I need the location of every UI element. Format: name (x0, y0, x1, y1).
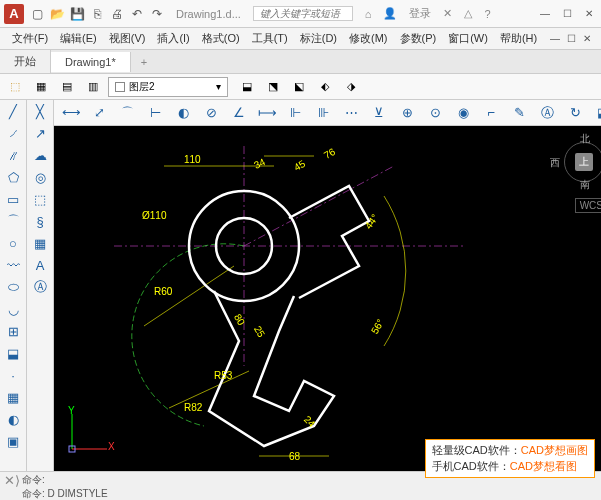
dim-angular-icon[interactable]: ∠ (226, 102, 252, 124)
dim-linear-icon[interactable]: ⟷ (58, 102, 84, 124)
app-logo: A (4, 4, 24, 24)
ellipse-arc-tool[interactable]: ◡ (0, 298, 26, 320)
dim-space-icon[interactable]: ⋯ (338, 102, 364, 124)
help-icon[interactable]: ? (484, 8, 490, 20)
dim-tedit-icon[interactable]: Ⓐ (534, 102, 560, 124)
share-icon[interactable]: ✕ (443, 7, 452, 20)
open-icon[interactable]: 📂 (50, 7, 64, 21)
layer-state1-icon[interactable]: ▦ (30, 77, 52, 97)
dim-break-icon[interactable]: ⊻ (366, 102, 392, 124)
dim-quick-icon[interactable]: ⟼ (254, 102, 280, 124)
search-input[interactable] (253, 6, 353, 21)
layer-tool-1[interactable]: ⬓ (236, 77, 258, 97)
save-icon[interactable]: 💾 (70, 7, 84, 21)
wipeout-tool[interactable]: ⬚ (27, 188, 53, 210)
menu-param[interactable]: 参数(P) (394, 29, 443, 48)
menu-dimension[interactable]: 标注(D) (294, 29, 343, 48)
maximize-button[interactable]: ☐ (559, 7, 575, 21)
line-tool[interactable]: ╱ (0, 100, 26, 122)
gradient-tool[interactable]: ◐ (0, 408, 26, 430)
tab-add[interactable]: + (131, 54, 157, 70)
menu-window[interactable]: 窗口(W) (442, 29, 494, 48)
saveas-icon[interactable]: ⎘ (90, 7, 104, 21)
mline-tool[interactable]: ⫽ (0, 144, 26, 166)
layer-tool-4[interactable]: ⬖ (314, 77, 336, 97)
tab-start[interactable]: 开始 (0, 50, 51, 73)
menu-format[interactable]: 格式(O) (196, 29, 246, 48)
donut-tool[interactable]: ◎ (27, 166, 53, 188)
dim-diameter-icon[interactable]: ⊘ (198, 102, 224, 124)
table-tool[interactable]: ▦ (27, 232, 53, 254)
dim-style-icon[interactable]: ⬓ (590, 102, 601, 124)
view-cube[interactable]: 上 北 南 西 东 (556, 134, 601, 190)
cmd-handle-icon[interactable]: ✕⟩ (4, 473, 22, 501)
menu-help[interactable]: 帮助(H) (494, 29, 543, 48)
main-area: ╱ ⟋ ⫽ ⬠ ▭ ⌒ ○ 〰 ⬭ ◡ ⊞ ⬓ · ▦ ◐ ▣ ╳ ↗ ☁ ◎ … (0, 100, 601, 471)
polygon-tool[interactable]: ⬠ (0, 166, 26, 188)
doc-close[interactable]: ✕ (579, 32, 595, 46)
viewcube-top[interactable]: 上 (575, 153, 593, 171)
login-icon[interactable]: 👤 (383, 7, 397, 20)
drawing-canvas[interactable]: 上 北 南 西 东 WCS Y X (54, 126, 601, 471)
draw-toolbar-2: ╳ ↗ ☁ ◎ ⬚ § ▦ A Ⓐ (27, 100, 54, 471)
dim-baseline-icon[interactable]: ⊩ (282, 102, 308, 124)
dim-center-icon[interactable]: ⊙ (422, 102, 448, 124)
menu-modify[interactable]: 修改(M) (343, 29, 394, 48)
text-tool[interactable]: Ⓐ (27, 276, 53, 298)
layer-state3-icon[interactable]: ▥ (82, 77, 104, 97)
minimize-button[interactable]: — (537, 7, 553, 21)
layer-tool-5[interactable]: ⬗ (340, 77, 362, 97)
spline-tool[interactable]: 〰 (0, 254, 26, 276)
wcs-label[interactable]: WCS (575, 198, 601, 213)
dim-arc-icon[interactable]: ⌒ (114, 102, 140, 124)
dimension-toolbar: ⟷ ⤢ ⌒ ⊢ ◐ ⊘ ∠ ⟼ ⊩ ⊪ ⋯ ⊻ ⊕ ⊙ ◉ ⌐ ✎ Ⓐ ↻ ⬓ (54, 100, 601, 126)
close-button[interactable]: ✕ (581, 7, 597, 21)
svg-line-5 (244, 166, 394, 246)
doc-minimize[interactable]: — (547, 32, 563, 46)
menu-edit[interactable]: 编辑(E) (54, 29, 103, 48)
new-icon[interactable]: ▢ (30, 7, 44, 21)
ellipse-tool[interactable]: ⬭ (0, 276, 26, 298)
polyline-tool[interactable]: ⟋ (0, 122, 26, 144)
point-tool[interactable]: · (0, 364, 26, 386)
hatch-tool[interactable]: ▦ (0, 386, 26, 408)
menu-file[interactable]: 文件(F) (6, 29, 54, 48)
dim-ordinate-icon[interactable]: ⊢ (142, 102, 168, 124)
search-go-icon[interactable]: ⌂ (365, 8, 372, 20)
doc-restore[interactable]: ☐ (563, 32, 579, 46)
block-tool[interactable]: ⊞ (0, 320, 26, 342)
cloud-icon[interactable]: △ (464, 7, 472, 20)
layer-tool-3[interactable]: ⬕ (288, 77, 310, 97)
dim-update-icon[interactable]: ↻ (562, 102, 588, 124)
insert-tool[interactable]: ⬓ (0, 342, 26, 364)
layer-dropdown[interactable]: 图层2 ▾ (108, 77, 228, 97)
login-text[interactable]: 登录 (409, 6, 431, 21)
undo-icon[interactable]: ↶ (130, 7, 144, 21)
menu-insert[interactable]: 插入(I) (151, 29, 195, 48)
circle-tool[interactable]: ○ (0, 232, 26, 254)
arc-tool[interactable]: ⌒ (0, 210, 26, 232)
revcloud-tool[interactable]: ☁ (27, 144, 53, 166)
dim-r53: R53 (214, 370, 232, 381)
layer-tool-2[interactable]: ⬔ (262, 77, 284, 97)
dim-jog-icon[interactable]: ⌐ (478, 102, 504, 124)
layer-props-icon[interactable]: ⬚ (4, 77, 26, 97)
rectangle-tool[interactable]: ▭ (0, 188, 26, 210)
dim-edit-icon[interactable]: ✎ (506, 102, 532, 124)
mtext-tool[interactable]: A (27, 254, 53, 276)
helix-tool[interactable]: § (27, 210, 53, 232)
dim-inspect-icon[interactable]: ◉ (450, 102, 476, 124)
dim-aligned-icon[interactable]: ⤢ (86, 102, 112, 124)
tab-drawing1[interactable]: Drawing1* (51, 52, 131, 72)
region-tool[interactable]: ▣ (0, 430, 26, 452)
dim-tolerance-icon[interactable]: ⊕ (394, 102, 420, 124)
dim-radius-icon[interactable]: ◐ (170, 102, 196, 124)
ray-tool[interactable]: ↗ (27, 122, 53, 144)
layer-state2-icon[interactable]: ▤ (56, 77, 78, 97)
print-icon[interactable]: 🖨 (110, 7, 124, 21)
menu-view[interactable]: 视图(V) (103, 29, 152, 48)
redo-icon[interactable]: ↷ (150, 7, 164, 21)
dim-continue-icon[interactable]: ⊪ (310, 102, 336, 124)
xline-tool[interactable]: ╳ (27, 100, 53, 122)
menu-tools[interactable]: 工具(T) (246, 29, 294, 48)
